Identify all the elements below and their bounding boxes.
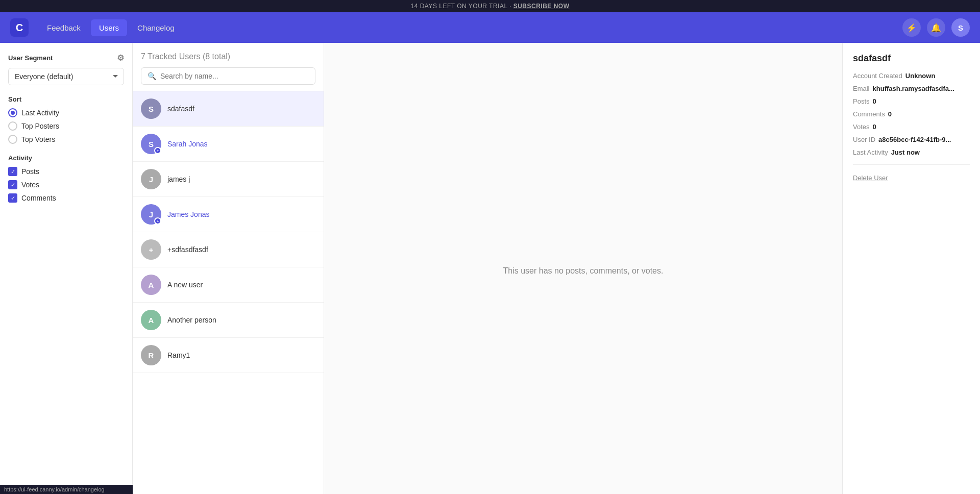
activity-comments[interactable]: ✓ Comments [8,193,124,203]
user-avatar-4: + [141,239,161,260]
user-name-3: James Jonas [167,210,209,218]
activity-section: Activity ✓ Posts ✓ Votes ✓ Comments [8,154,124,203]
segment-section-title: User Segment ⚙ [8,53,124,63]
radio-top-posters [8,121,17,131]
user-avatar-3: J+ [141,204,161,225]
user-list-item[interactable]: Ssdafasdf [133,91,324,127]
bolt-icon[interactable]: ⚡ [902,18,921,37]
user-avatar-7: R [141,345,161,365]
subscribe-link[interactable]: SUBSCRIBE NOW [513,3,570,10]
main-content: This user has no posts, comments, or vot… [324,43,842,494]
activity-posts[interactable]: ✓ Posts [8,167,124,176]
user-avatar-2: J [141,169,161,189]
detail-last-activity: Last Activity Just now [853,149,970,156]
search-input[interactable] [160,72,309,80]
nav-right: ⚡ 🔔 S [902,18,970,37]
trial-text: 14 DAYS LEFT ON YOUR TRIAL · [410,3,513,10]
user-avatar-5: A [141,275,161,295]
gear-icon[interactable]: ⚙ [117,53,124,63]
nav-logo[interactable]: C [10,18,29,37]
avatar-badge: + [154,217,161,225]
sort-label: Sort [8,95,124,103]
nav-items: Feedback Users Changelog [39,19,902,36]
detail-user-id: User ID a8c56bcc-f142-41fb-9... [853,136,970,143]
user-avatar[interactable]: S [951,18,970,37]
user-list-item[interactable]: AA new user [133,267,324,303]
delete-user-button[interactable]: Delete User [853,174,888,182]
user-avatar-1: S+ [141,134,161,154]
user-list-item[interactable]: ++sdfasdfasdf [133,232,324,267]
user-list-title: 7 Tracked Users (8 total) [141,52,315,61]
user-name-4: +sdfasdfasdf [167,245,208,254]
radio-last-activity [8,108,17,117]
avatar-badge: + [154,147,161,154]
user-list-item[interactable]: RRamy1 [133,338,324,373]
detail-user-name: sdafasdf [853,53,970,64]
detail-account-created: Account Created Unknown [853,72,970,80]
sidebar: User Segment ⚙ Everyone (default) Sort L… [0,43,133,494]
user-avatar-6: A [141,310,161,330]
trial-banner: 14 DAYS LEFT ON YOUR TRIAL · SUBSCRIBE N… [0,0,980,12]
sort-top-posters[interactable]: Top Posters [8,121,124,131]
nav-feedback[interactable]: Feedback [39,19,89,36]
detail-divider [853,164,970,165]
search-box: 🔍 [141,67,315,85]
nav-users[interactable]: Users [91,19,127,36]
checkbox-votes: ✓ [8,180,17,189]
activity-label: Activity [8,154,124,162]
sort-last-activity[interactable]: Last Activity [8,108,124,117]
sort-top-voters[interactable]: Top Voters [8,135,124,144]
main-layout: User Segment ⚙ Everyone (default) Sort L… [0,43,980,494]
sort-section: Sort Last Activity Top Posters Top Voter… [8,95,124,144]
user-name-7: Ramy1 [167,351,190,359]
detail-email: Email khuffash.ramysadfasdfa... [853,85,970,92]
user-list: SsdafasdfS+Sarah JonasJjames jJ+James Jo… [133,91,324,494]
checkbox-posts: ✓ [8,167,17,176]
user-list-item[interactable]: Jjames j [133,162,324,197]
detail-votes: Votes 0 [853,123,970,131]
user-list-item[interactable]: J+James Jonas [133,197,324,232]
user-list-panel: 7 Tracked Users (8 total) 🔍 SsdafasdfS+S… [133,43,324,494]
checkbox-comments: ✓ [8,193,17,203]
user-list-item[interactable]: AAnother person [133,303,324,338]
empty-state: This user has no posts, comments, or vot… [503,266,664,276]
detail-posts: Posts 0 [853,97,970,105]
user-name-0: sdafasdf [167,105,194,113]
bell-icon[interactable]: 🔔 [927,18,945,37]
user-name-1: Sarah Jonas [167,140,208,148]
status-bar: https://ui-feed.canny.io/admin/changelog [0,485,133,494]
user-name-2: james j [167,175,190,183]
user-avatar-0: S [141,98,161,119]
detail-comments: Comments 0 [853,110,970,118]
user-list-header: 7 Tracked Users (8 total) 🔍 [133,43,324,91]
user-name-6: Another person [167,316,216,324]
segment-select[interactable]: Everyone (default) [8,68,124,85]
top-nav: C Feedback Users Changelog ⚡ 🔔 S [0,12,980,43]
user-name-5: A new user [167,281,203,289]
activity-votes[interactable]: ✓ Votes [8,180,124,189]
nav-changelog[interactable]: Changelog [129,19,183,36]
user-detail-panel: sdafasdf Account Created Unknown Email k… [842,43,980,494]
radio-top-voters [8,135,17,144]
search-icon: 🔍 [148,72,156,80]
user-list-item[interactable]: S+Sarah Jonas [133,127,324,162]
